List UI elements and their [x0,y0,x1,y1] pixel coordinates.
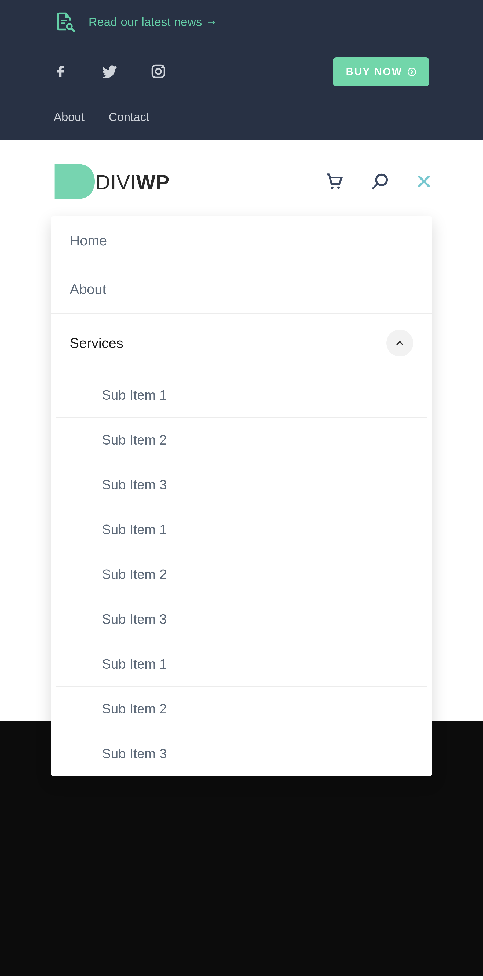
header: DIVIWP [0,140,483,224]
mobile-menu: Home About Services Sub Item 1 Sub Item … [51,216,432,776]
facebook-icon[interactable] [54,64,68,80]
chevron-up-icon [394,338,405,348]
instagram-icon[interactable] [150,64,166,81]
close-icon[interactable] [416,173,432,191]
topbar-link-about[interactable]: About [54,110,84,124]
document-search-icon [54,11,75,33]
social-icons [54,62,166,81]
svg-line-1 [71,29,74,32]
sub-item[interactable]: Sub Item 2 [56,552,427,597]
menu-item-about[interactable]: About [51,265,432,313]
menu-item-label: Services [70,335,123,351]
svg-point-3 [156,69,161,74]
search-icon[interactable] [371,172,389,192]
svg-line-9 [373,184,378,188]
topbar-social-row: BUY NOW [54,57,429,86]
sub-item[interactable]: Sub Item 3 [56,463,427,508]
logo-text: DIVIWP [95,170,170,194]
logo[interactable]: DIVIWP [51,159,170,205]
chevron-right-circle-icon [407,67,416,76]
sub-item[interactable]: Sub Item 1 [56,642,427,687]
sub-item[interactable]: Sub Item 3 [56,597,427,642]
news-link[interactable]: Read our latest news → [89,15,218,29]
topbar: Read our latest news → BUY NOW About Con… [0,0,483,140]
buy-now-button[interactable]: BUY NOW [333,57,429,86]
logo-mark-icon [51,159,97,205]
menu-item-services[interactable]: Services [51,313,432,373]
buy-now-label: BUY NOW [346,66,402,78]
cart-icon[interactable] [325,172,344,192]
svg-point-6 [331,186,334,189]
svg-point-7 [337,186,340,189]
twitter-icon[interactable] [100,62,118,81]
menu-item-home[interactable]: Home [51,216,432,265]
svg-point-5 [408,68,416,75]
sub-item[interactable]: Sub Item 2 [56,687,427,732]
header-icons [325,172,432,192]
sub-item[interactable]: Sub Item 1 [56,373,427,418]
topbar-link-contact[interactable]: Contact [109,110,149,124]
svg-point-4 [161,67,163,68]
topbar-links: About Contact [54,110,429,124]
menu-item-label: Home [70,232,107,248]
sub-item[interactable]: Sub Item 2 [56,418,427,463]
menu-item-label: About [70,281,106,297]
topbar-news-row: Read our latest news → [54,11,429,33]
logo-text-regular: DIVI [95,171,136,194]
content-stage: Home About Services Sub Item 1 Sub Item … [0,224,483,976]
sub-item[interactable]: Sub Item 3 [56,732,427,776]
logo-text-bold: WP [136,171,170,194]
sub-item[interactable]: Sub Item 1 [56,508,427,552]
collapse-toggle[interactable] [386,329,413,356]
